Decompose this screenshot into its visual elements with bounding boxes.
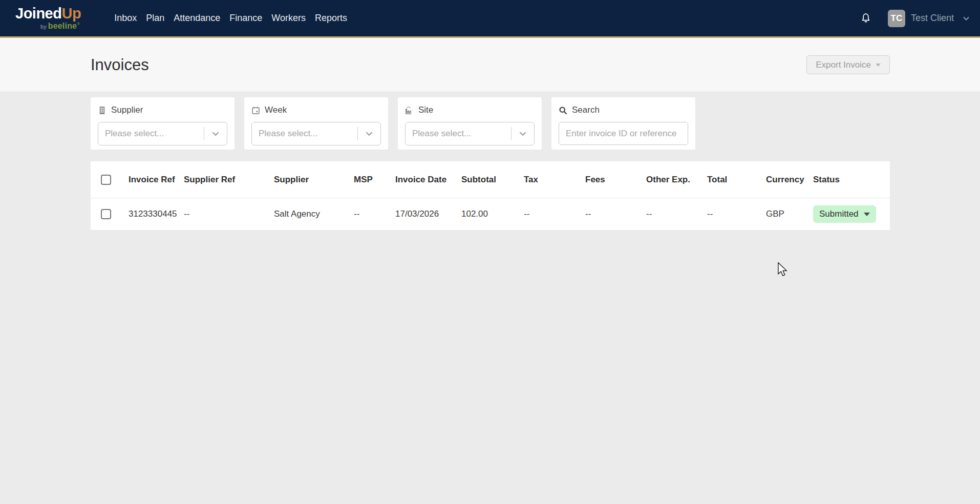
user-avatar[interactable]: TC (888, 10, 905, 27)
nav-item-workers[interactable]: Workers (270, 10, 307, 27)
site-filter-card: Site Please select... (398, 97, 542, 150)
status-caret-down-icon (864, 213, 870, 216)
site-chevron-down-icon[interactable] (512, 129, 534, 138)
cell-subtotal: 102.00 (461, 209, 524, 219)
navbar-right-cluster: TC Test Client (859, 10, 970, 27)
nav-item-attendance[interactable]: Attendance (173, 10, 221, 27)
week-filter-label: Week (265, 105, 287, 115)
cell-currency: GBP (766, 209, 813, 219)
supplier-chevron-down-icon[interactable] (204, 129, 227, 138)
logo-byline: bybeeline® (40, 22, 81, 30)
supplier-filter-label: Supplier (111, 105, 143, 115)
logo-word-joined: Joined (15, 5, 61, 22)
logo-by-text: by (40, 24, 47, 30)
supplier-filter-card: Supplier Please select... (91, 97, 235, 150)
search-filter-label-row: Search (559, 105, 688, 115)
row-checkbox[interactable] (101, 209, 111, 219)
select-all-cell (91, 175, 129, 185)
supplier-filter-label-row: Supplier (98, 105, 227, 115)
cell-total: -- (707, 209, 766, 219)
status-badge-label: Submitted (819, 209, 859, 219)
nav-item-plan[interactable]: Plan (145, 10, 165, 27)
cell-other-exp: -- (646, 209, 707, 219)
logo-word-up: Up (61, 5, 81, 22)
col-header-currency: Currency (766, 175, 813, 185)
cell-fees: -- (585, 209, 646, 219)
col-header-supplier: Supplier (274, 175, 354, 185)
export-invoice-button[interactable]: Export Invoice (806, 55, 890, 74)
cell-tax: -- (524, 209, 585, 219)
col-header-tax: Tax (524, 175, 585, 185)
search-input[interactable] (559, 122, 688, 145)
supplier-select-placeholder: Please select... (105, 129, 164, 139)
user-menu-chevron-down-icon[interactable] (962, 14, 970, 23)
cell-invoice-ref: 3123330445 (129, 209, 184, 219)
nav-item-finance[interactable]: Finance (228, 10, 263, 27)
logo-trademark: ® (77, 22, 80, 26)
col-header-invoice-date: Invoice Date (395, 175, 461, 185)
col-header-fees: Fees (585, 175, 646, 185)
table-row[interactable]: 3123330445 -- Salt Agency -- 17/03/2026 … (91, 198, 890, 230)
week-filter-label-row: Week (251, 105, 381, 115)
nav-item-inbox[interactable]: Inbox (113, 10, 138, 27)
user-name: Test Client (911, 13, 954, 24)
status-dropdown[interactable]: Submitted (813, 205, 876, 223)
col-header-supplier-ref: Supplier Ref (184, 175, 274, 185)
logo-wordmark: JoinedUp (15, 6, 81, 21)
row-select-cell (91, 209, 129, 219)
week-chevron-down-icon[interactable] (358, 129, 380, 138)
nav-item-reports[interactable]: Reports (314, 10, 348, 27)
mouse-cursor (776, 262, 789, 279)
cell-supplier-ref: -- (184, 209, 274, 219)
week-select-placeholder: Please select... (259, 129, 317, 139)
col-header-status: Status (813, 175, 890, 185)
table-header-row: Invoice Ref Supplier Ref Supplier MSP In… (91, 161, 890, 198)
search-filter-label: Search (572, 105, 600, 115)
main-nav: Inbox Plan Attendance Finance Workers Re… (113, 10, 348, 27)
notifications-bell-icon[interactable] (859, 12, 872, 25)
cell-supplier: Salt Agency (274, 209, 354, 219)
col-header-msp: MSP (354, 175, 395, 185)
col-header-invoice-ref: Invoice Ref (129, 175, 184, 185)
factory-icon (405, 106, 414, 115)
week-select[interactable]: Please select... (251, 122, 381, 145)
export-caret-down-icon (876, 64, 881, 67)
week-filter-card: Week Please select... (244, 97, 388, 150)
search-filter-card: Search (551, 97, 695, 150)
site-select[interactable]: Please select... (405, 122, 535, 145)
cell-msp: -- (354, 209, 395, 219)
export-invoice-label: Export Invoice (816, 60, 871, 70)
supplier-select[interactable]: Please select... (98, 122, 227, 145)
site-select-placeholder: Please select... (412, 129, 471, 139)
page-title: Invoices (91, 56, 149, 74)
top-navbar: JoinedUp bybeeline® Inbox Plan Attendanc… (0, 0, 980, 38)
calendar-icon (251, 106, 260, 115)
filters-row: Supplier Please select... Week Please se… (91, 97, 980, 150)
page-header: Invoices Export Invoice (0, 38, 980, 92)
cell-invoice-date: 17/03/2026 (395, 209, 461, 219)
col-header-other-exp: Other Exp. (646, 175, 707, 185)
col-header-total: Total (707, 175, 766, 185)
site-filter-label: Site (418, 105, 433, 115)
joinedup-logo[interactable]: JoinedUp bybeeline® (15, 6, 81, 30)
search-icon (559, 106, 567, 115)
cell-status: Submitted (813, 205, 890, 223)
col-header-subtotal: Subtotal (461, 175, 524, 185)
invoices-table: Invoice Ref Supplier Ref Supplier MSP In… (91, 161, 890, 230)
logo-brand-text: beeline (48, 22, 77, 30)
building-icon (98, 106, 106, 115)
select-all-checkbox[interactable] (101, 175, 111, 185)
site-filter-label-row: Site (405, 105, 535, 115)
